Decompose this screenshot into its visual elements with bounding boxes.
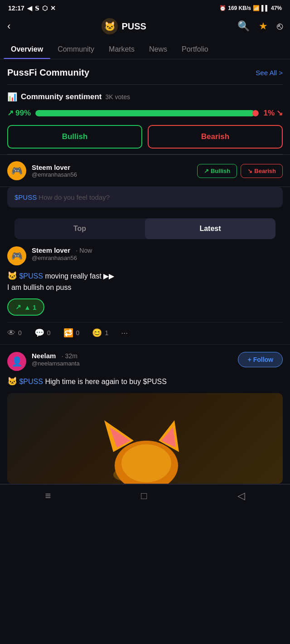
user-name: Steem lover xyxy=(32,163,192,171)
plus-icon: + xyxy=(247,356,251,363)
follow-label: Follow xyxy=(253,356,273,363)
post-1-avatar: 🎮 xyxy=(7,246,26,265)
toggle-top[interactable]: Top xyxy=(14,218,145,239)
vote-bullish-button[interactable]: ↗ Bullish xyxy=(197,164,237,178)
post-1: 🎮 Steem lover · Now @emranhasan56 🐱 $PUS… xyxy=(0,239,290,345)
bearish-button[interactable]: Bearish xyxy=(148,125,283,149)
back-button[interactable]: ‹ xyxy=(7,20,10,32)
sentiment-section: 📊 Community sentiment 3K votes ↗ 99% 1% … xyxy=(0,85,290,154)
bearish-percentage: 1% ↘ xyxy=(263,108,283,118)
sentiment-votes: 3K votes xyxy=(106,93,130,101)
tab-portfolio[interactable]: Portfolio xyxy=(174,40,216,59)
bullish-percentage: ↗ 99% xyxy=(7,108,31,118)
post-1-badge: ↗ ▲ 1 xyxy=(7,298,44,316)
vote-bearish-button[interactable]: ↘ Bearish xyxy=(241,164,283,178)
signal-icon: 𝗦 xyxy=(35,5,39,12)
home-nav-icon[interactable]: ≡ xyxy=(45,490,51,502)
time: 12:17 xyxy=(8,5,24,12)
square-nav-icon[interactable]: □ xyxy=(141,490,147,502)
placeholder-text: How do you feel today? xyxy=(37,193,110,201)
x-icon: ✕ xyxy=(50,5,56,12)
post-2-avatar: 👤 xyxy=(7,352,26,371)
bull-arrow: ↗ xyxy=(7,108,14,118)
main-content: PussFi Community See All > 📊 Community s… xyxy=(0,59,290,484)
binance-icon: ⬡ xyxy=(42,5,48,12)
bullish-button[interactable]: Bullish xyxy=(7,125,142,149)
views-action[interactable]: 👁 0 xyxy=(7,328,22,338)
kb-stat: 169 KB/s xyxy=(228,5,251,11)
post-1-text: moving really fast ▶▶ xyxy=(45,272,114,280)
post-2-content: 🐱 $PUSS High time is here again to buy $… xyxy=(7,375,283,388)
user-handle: @emranhasan56 xyxy=(32,171,192,178)
toggle-row: Top Latest xyxy=(14,218,276,239)
header-center: 🐱 PUSS xyxy=(102,18,146,34)
tab-overview[interactable]: Overview xyxy=(4,40,50,59)
header: ‹ 🐱 PUSS 🔍 ★ ⎋ xyxy=(0,14,290,40)
comment-input-field[interactable]: $PUSS How do you feel today? xyxy=(7,187,283,207)
star-icon[interactable]: ★ xyxy=(259,20,268,32)
alarm-icon: ⏰ xyxy=(219,5,226,11)
bear-arrow: ↘ xyxy=(276,108,283,118)
post-2: 👤 Neelam · 32m @neelamsamanta + Follow 🐱… xyxy=(0,345,290,484)
more-action[interactable]: ··· xyxy=(121,328,128,338)
reactions-count: 1 xyxy=(105,329,108,336)
reactions-action[interactable]: 😊 1 xyxy=(92,328,108,338)
bull-icon: ↗ xyxy=(204,168,209,174)
toggle-latest[interactable]: Latest xyxy=(145,218,276,239)
tab-news[interactable]: News xyxy=(142,40,174,59)
wifi-icon: 📶 xyxy=(253,5,260,11)
post-2-time: · 32m xyxy=(62,352,77,360)
bottom-nav: ≡ □ ◁ xyxy=(0,484,290,505)
signal-bars: ▌▌ xyxy=(261,5,269,11)
search-icon[interactable]: 🔍 xyxy=(237,20,250,32)
coin-name: PUSS xyxy=(121,21,146,32)
user-avatar: 🎮 xyxy=(7,161,26,180)
tab-community[interactable]: Community xyxy=(50,40,102,59)
bar-fill xyxy=(35,110,255,116)
navigation-icon: ◀ xyxy=(27,5,32,12)
user-info: Steem lover @emranhasan56 xyxy=(32,163,192,178)
post-2-meta: Neelam · 32m @neelamsamanta xyxy=(32,352,232,367)
post-2-header: 👤 Neelam · 32m @neelamsamanta + Follow xyxy=(7,352,283,371)
post-1-handle: @emranhasan56 xyxy=(32,255,283,261)
coin-icon: 🐱 xyxy=(102,18,118,34)
reaction-icon: 😊 xyxy=(92,328,102,338)
sentiment-title: Community sentiment xyxy=(21,92,102,101)
repost-icon: 🔁 xyxy=(63,328,73,338)
comment-icon: 💬 xyxy=(34,328,44,338)
status-bar: 12:17 ◀ 𝗦 ⬡ ✕ ⏰ 169 KB/s 📶 ▌▌ 47% xyxy=(0,0,290,14)
comments-action[interactable]: 💬 0 xyxy=(34,328,51,338)
comment-input-row: 🎮 Steem lover @emranhasan56 ↗ Bullish ↘ … xyxy=(0,154,290,187)
post-2-image xyxy=(7,393,283,484)
see-all-button[interactable]: See All > xyxy=(256,69,283,77)
sentiment-bar xyxy=(35,110,259,116)
reposts-count: 0 xyxy=(76,329,80,336)
section-title: PussFi Community xyxy=(7,67,89,78)
status-right: ⏰ 169 KB/s 📶 ▌▌ 47% xyxy=(219,5,282,11)
cat-illustration xyxy=(100,411,190,484)
post-1-actions: 👁 0 💬 0 🔁 0 😊 1 ··· xyxy=(7,322,283,344)
post-2-puss-tag: $PUSS xyxy=(19,378,43,385)
post-1-meta: Steem lover · Now @emranhasan56 xyxy=(32,246,283,261)
badge-count: ▲ 1 xyxy=(24,303,36,311)
tab-markets[interactable]: Markets xyxy=(102,40,142,59)
sentiment-header: 📊 Community sentiment 3K votes xyxy=(7,92,283,102)
battery: 47% xyxy=(271,5,282,11)
share-icon[interactable]: ⎋ xyxy=(277,20,283,32)
sentiment-icon: 📊 xyxy=(7,92,17,102)
follow-button[interactable]: + Follow xyxy=(238,352,283,367)
status-left: 12:17 ◀ 𝗦 ⬡ ✕ xyxy=(8,5,56,12)
post-1-puss-tag: $PUSS xyxy=(19,272,43,280)
puss-tag: $PUSS xyxy=(14,193,37,201)
sentiment-buttons: Bullish Bearish xyxy=(7,125,283,149)
bear-icon: ↘ xyxy=(247,168,252,174)
back-nav-icon[interactable]: ◁ xyxy=(237,490,245,502)
sentiment-bar-row: ↗ 99% 1% ↘ xyxy=(7,108,283,118)
badge-arrow: ↗ xyxy=(15,303,21,311)
post-1-time: · Now xyxy=(76,247,92,254)
more-icon: ··· xyxy=(121,328,128,338)
reposts-action[interactable]: 🔁 0 xyxy=(63,328,80,338)
post-2-handle: @neelamsamanta xyxy=(32,360,232,367)
svg-point-6 xyxy=(121,444,171,482)
bar-dot xyxy=(252,110,259,116)
